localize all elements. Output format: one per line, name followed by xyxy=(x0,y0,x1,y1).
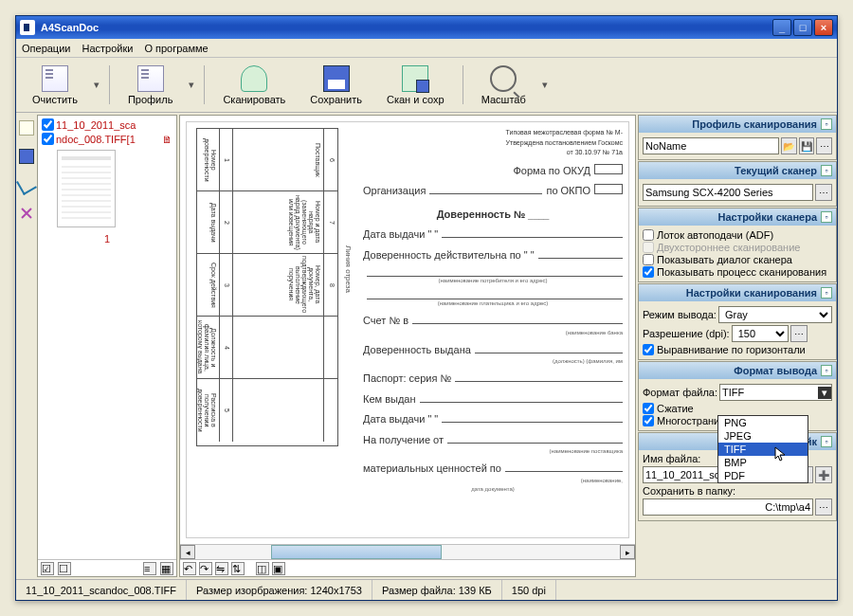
dialog-checkbox[interactable] xyxy=(643,254,654,265)
close-button[interactable]: × xyxy=(814,19,833,36)
file-row[interactable]: 11_10_2011_sca xyxy=(40,118,174,132)
page-number: 1 xyxy=(40,231,174,246)
scan-save-button[interactable]: Скан и сохр xyxy=(376,60,455,110)
titlebar[interactable]: A4ScanDoc _ □ × xyxy=(16,16,837,39)
status-file-size: Размер файла: 139 КБ xyxy=(372,580,502,600)
status-filename: 11_10_2011_scandoc_008.TIFF xyxy=(16,580,187,600)
file-checkbox[interactable] xyxy=(42,133,54,145)
settings-panel: Профиль сканирования▫ 📂 💾 ⋯ Текущий скан… xyxy=(638,115,837,577)
preview-scrollbar[interactable]: ◂ ▸ xyxy=(180,544,635,559)
toolbar: Очистить ▾ Профиль ▾ Сканировать Сохрани… xyxy=(16,58,837,113)
preview-area[interactable]: Номер доверенности1Поставщик6 Дата выдач… xyxy=(180,116,635,544)
section-title: Формат вывода xyxy=(643,365,817,376)
file-format-dropdown[interactable]: PNG JPEG TIFF BMP PDF xyxy=(717,415,808,483)
collapse-icon[interactable]: ▫ xyxy=(821,118,832,130)
duplex-checkbox xyxy=(643,242,654,253)
menu-settings[interactable]: Настройки xyxy=(82,43,133,54)
preview-panel: Номер доверенности1Поставщик6 Дата выдач… xyxy=(179,115,636,577)
view-thumb-icon[interactable]: ▦ xyxy=(160,562,173,575)
scanner-more-icon[interactable]: ⋯ xyxy=(815,184,832,201)
format-option[interactable]: TIFF xyxy=(718,443,808,456)
rotate-right-icon[interactable]: ↷ xyxy=(199,562,212,575)
app-window: A4ScanDoc _ □ × Операции Настройки О про… xyxy=(15,15,838,601)
rotate-left-icon[interactable]: ↶ xyxy=(183,562,196,575)
scroll-thumb[interactable] xyxy=(271,545,442,559)
file-list[interactable]: 11_10_2011_sca ndoc_008.TIFF[1 🗎 1 xyxy=(38,116,176,559)
section-scanner: Текущий сканер▫ ⋯ xyxy=(638,161,837,207)
section-title: Текущий сканер xyxy=(643,165,817,176)
folder-browse-icon[interactable]: ⋯ xyxy=(815,498,832,516)
scan-save-icon xyxy=(402,65,428,92)
tool-save-icon[interactable] xyxy=(19,149,34,164)
status-bar: 11_10_2011_scandoc_008.TIFF Размер изорб… xyxy=(16,579,837,600)
file-name: 11_10_2011_sca xyxy=(56,119,136,131)
doc-stub-table: Номер доверенности1Поставщик6 Дата выдач… xyxy=(196,128,338,446)
menu-operations[interactable]: Операции xyxy=(22,43,70,54)
crop-icon[interactable]: ◫ xyxy=(256,562,269,575)
clear-button[interactable]: Очистить xyxy=(22,60,88,110)
profile-more-icon[interactable]: ⋯ xyxy=(816,137,832,154)
scanner-name-input[interactable] xyxy=(643,184,813,201)
adf-checkbox[interactable] xyxy=(643,229,654,241)
flip-v-icon[interactable]: ⇅ xyxy=(231,562,245,575)
profile-icon xyxy=(137,65,164,92)
section-profile: Профиль сканирования▫ 📂 💾 ⋯ xyxy=(638,115,837,160)
profile-open-icon[interactable]: 📂 xyxy=(781,137,797,154)
multipage-checkbox[interactable] xyxy=(643,415,654,426)
menu-about[interactable]: О программе xyxy=(144,43,208,54)
check-all-icon[interactable]: ☑ xyxy=(41,562,54,575)
file-row[interactable]: ndoc_008.TIFF[1 🗎 xyxy=(40,132,174,146)
collapse-icon[interactable]: ▫ xyxy=(821,165,832,176)
zoom-dropdown[interactable]: ▾ xyxy=(540,60,550,110)
compress-checkbox[interactable] xyxy=(643,403,654,414)
scan-button[interactable]: Сканировать xyxy=(212,60,296,110)
minimize-button[interactable]: _ xyxy=(772,19,791,36)
tool-open-icon[interactable] xyxy=(19,120,34,136)
format-option[interactable]: JPEG xyxy=(718,429,808,443)
section-title: Настройки сканера xyxy=(643,211,817,223)
align-checkbox[interactable] xyxy=(643,344,654,355)
document-preview: Номер доверенности1Поставщик6 Дата выдач… xyxy=(186,121,629,538)
page-thumbnail[interactable] xyxy=(57,150,116,227)
folder-label: Сохранить в папку: xyxy=(643,485,735,497)
pdf-icon: 🗎 xyxy=(162,134,172,145)
menubar: Операции Настройки О программе xyxy=(16,39,837,58)
file-format-select[interactable]: TIFF ▾ xyxy=(719,384,832,401)
file-name: ndoc_008.TIFF[1 xyxy=(56,134,136,145)
color-mode-select[interactable]: Gray xyxy=(718,306,832,323)
tool-delete-icon[interactable] xyxy=(19,206,34,221)
collapse-icon[interactable]: ▫ xyxy=(821,211,832,223)
fit-icon[interactable]: ▣ xyxy=(272,562,285,575)
flip-h-icon[interactable]: ⇋ xyxy=(215,562,228,575)
folder-input[interactable] xyxy=(643,498,813,516)
profile-save-icon[interactable]: 💾 xyxy=(799,137,815,154)
clear-dropdown[interactable]: ▾ xyxy=(92,60,101,110)
collapse-icon[interactable]: ▫ xyxy=(821,436,832,447)
format-option[interactable]: BMP xyxy=(718,456,808,469)
profile-name-input[interactable] xyxy=(643,137,779,154)
save-button[interactable]: Сохранить xyxy=(299,60,372,110)
format-option[interactable]: PNG xyxy=(718,416,808,429)
filename-add-icon[interactable]: ➕ xyxy=(815,466,832,483)
status-image-size: Размер изорбражения: 1240x1753 xyxy=(187,580,372,600)
profile-dropdown[interactable]: ▾ xyxy=(187,60,196,110)
dpi-select[interactable]: 150 xyxy=(732,325,789,342)
file-panel: 11_10_2011_sca ndoc_008.TIFF[1 🗎 1 ☑ ☐ ≡… xyxy=(37,115,177,577)
profile-button[interactable]: Профиль xyxy=(118,60,184,110)
view-list-icon[interactable]: ≡ xyxy=(143,562,156,575)
section-scanner-settings: Настройки сканера▫ Лоток автоподачи (ADF… xyxy=(638,208,837,282)
file-checkbox[interactable] xyxy=(42,118,54,131)
zoom-button[interactable]: Масштаб xyxy=(471,60,536,110)
tool-edit-icon[interactable] xyxy=(16,174,37,195)
dpi-more-icon[interactable]: ⋯ xyxy=(790,325,808,342)
scroll-right-icon[interactable]: ▸ xyxy=(620,545,635,559)
format-option[interactable]: PDF xyxy=(718,469,808,482)
collapse-icon[interactable]: ▫ xyxy=(821,287,832,299)
scroll-left-icon[interactable]: ◂ xyxy=(180,545,195,559)
app-icon xyxy=(20,20,35,35)
collapse-icon[interactable]: ▫ xyxy=(821,365,832,376)
process-checkbox[interactable] xyxy=(643,266,654,278)
uncheck-all-icon[interactable]: ☐ xyxy=(58,562,71,575)
maximize-button[interactable]: □ xyxy=(793,19,812,36)
cut-line-label: Линия отреза xyxy=(344,245,353,293)
